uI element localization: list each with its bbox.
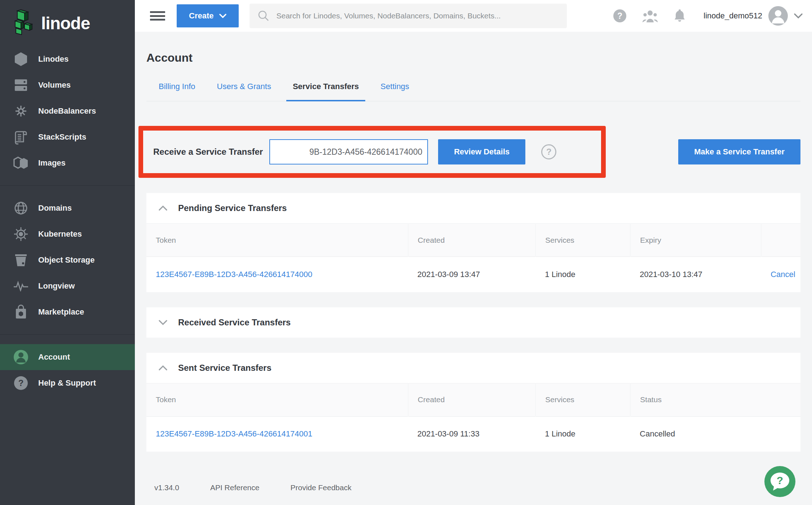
pending-token-link[interactable]: 123E4567-E89B-12D3-A456-426614174000 bbox=[156, 270, 312, 279]
sidebar-item-domains[interactable]: Domains bbox=[0, 195, 135, 221]
column-header-status: Status bbox=[630, 383, 800, 416]
sent-transfers-header[interactable]: Sent Service Transfers bbox=[146, 353, 800, 383]
column-header-created: Created bbox=[408, 224, 536, 257]
sidebar-item-object-storage[interactable]: Object Storage bbox=[0, 247, 135, 273]
received-transfers-card: Received Service Transfers bbox=[146, 307, 800, 338]
account-avatar-icon bbox=[13, 349, 29, 365]
sent-transfers-card: Sent Service Transfers Token Created Ser… bbox=[146, 353, 800, 452]
footer: v1.34.0 API Reference Provide Feedback bbox=[154, 483, 800, 492]
tab-service-transfers[interactable]: Service Transfers bbox=[286, 82, 365, 101]
chevron-up-icon bbox=[159, 365, 167, 370]
help-menu-button[interactable]: ? bbox=[613, 9, 627, 23]
sidebar-item-images[interactable]: Images bbox=[0, 150, 135, 176]
user-menu[interactable]: linode_demo512 bbox=[701, 6, 803, 26]
column-header-expiry: Expiry bbox=[630, 224, 761, 257]
chevron-up-icon bbox=[159, 206, 167, 211]
make-service-transfer-button[interactable]: Make a Service Transfer bbox=[678, 139, 800, 164]
people-icon bbox=[642, 9, 658, 23]
chat-question-icon: ? bbox=[769, 472, 790, 491]
svg-text:?: ? bbox=[617, 11, 622, 21]
volumes-icon bbox=[13, 77, 29, 93]
received-transfers-header[interactable]: Received Service Transfers bbox=[146, 307, 800, 338]
svg-text:?: ? bbox=[18, 378, 24, 388]
linode-hexagon-icon bbox=[13, 51, 29, 67]
sidebar-item-linodes[interactable]: Linodes bbox=[0, 46, 135, 72]
marketplace-bag-icon bbox=[13, 304, 29, 320]
notifications-button[interactable] bbox=[673, 8, 686, 23]
help-question-icon: ? bbox=[13, 375, 29, 391]
provide-feedback-link[interactable]: Provide Feedback bbox=[290, 483, 351, 492]
pending-created-cell: 2021-03-09 13:47 bbox=[408, 257, 536, 292]
chevron-down-icon bbox=[159, 320, 167, 325]
sidebar-item-marketplace[interactable]: Marketplace bbox=[0, 299, 135, 325]
sidebar: linode Linodes Volumes bbox=[0, 0, 135, 505]
sidebar-divider bbox=[0, 334, 135, 335]
pending-transfers-header[interactable]: Pending Service Transfers bbox=[146, 193, 800, 223]
chevron-down-icon bbox=[219, 14, 226, 18]
receive-help-icon[interactable]: ? bbox=[541, 144, 556, 159]
question-circle-icon: ? bbox=[613, 9, 627, 23]
sidebar-item-help-support[interactable]: ? Help & Support bbox=[0, 370, 135, 396]
chevron-down-icon bbox=[794, 13, 803, 18]
receive-transfer-label: Receive a Service Transfer bbox=[153, 147, 263, 157]
receive-token-input[interactable]: 9B-12D3-A456-426614174000 bbox=[269, 139, 428, 164]
pending-expiry-cell: 2021-03-10 13:47 bbox=[630, 257, 761, 292]
stackscripts-scroll-icon bbox=[13, 129, 29, 145]
column-header-created: Created bbox=[408, 383, 536, 416]
tab-settings[interactable]: Settings bbox=[374, 82, 416, 101]
global-search bbox=[250, 4, 567, 28]
linode-cubes-icon bbox=[12, 9, 35, 37]
column-header-services: Services bbox=[535, 224, 630, 257]
review-details-button[interactable]: Review Details bbox=[438, 139, 525, 164]
sidebar-item-nodebalancers[interactable]: NodeBalancers bbox=[0, 98, 135, 124]
images-icon bbox=[13, 155, 29, 171]
search-input[interactable] bbox=[276, 12, 559, 20]
column-header-token: Token bbox=[146, 383, 408, 416]
receive-transfer-row: Receive a Service Transfer 9B-12D3-A456-… bbox=[146, 126, 800, 178]
table-header-row: Token Created Services Status bbox=[146, 383, 800, 416]
pending-transfers-card: Pending Service Transfers Token Created … bbox=[146, 193, 800, 292]
create-button[interactable]: Create bbox=[177, 4, 239, 27]
hamburger-menu-icon[interactable] bbox=[149, 10, 166, 22]
longview-pulse-icon bbox=[13, 278, 29, 294]
sidebar-item-kubernetes[interactable]: Kubernetes bbox=[0, 221, 135, 247]
column-header-token: Token bbox=[146, 224, 408, 257]
sent-transfers-table: Token Created Services Status 123E4567-E… bbox=[146, 383, 800, 452]
username: linode_demo512 bbox=[703, 11, 762, 21]
red-annotation-box: Receive a Service Transfer 9B-12D3-A456-… bbox=[138, 126, 606, 178]
content: Account Billing Info Users & Grants Serv… bbox=[135, 32, 812, 505]
sidebar-item-longview[interactable]: Longview bbox=[0, 273, 135, 299]
domains-globe-icon bbox=[13, 200, 29, 216]
search-icon bbox=[257, 10, 270, 22]
community-button[interactable] bbox=[642, 9, 658, 23]
main-area: Create ? bbox=[135, 0, 812, 505]
sidebar-divider bbox=[0, 185, 135, 186]
sidebar-item-account[interactable]: Account bbox=[0, 344, 135, 370]
column-header-services: Services bbox=[535, 383, 630, 416]
kubernetes-wheel-icon bbox=[13, 226, 29, 242]
api-reference-link[interactable]: API Reference bbox=[210, 483, 260, 492]
table-header-row: Token Created Services Expiry bbox=[146, 224, 800, 257]
tab-users-grants[interactable]: Users & Grants bbox=[211, 82, 278, 101]
object-storage-bucket-icon bbox=[13, 252, 29, 268]
sent-token-link[interactable]: 123E4567-E89B-12D3-A456-426614174001 bbox=[156, 429, 312, 438]
version-label: v1.34.0 bbox=[154, 483, 179, 492]
pending-services-cell: 1 Linode bbox=[535, 257, 630, 292]
linode-logo[interactable]: linode bbox=[0, 0, 135, 46]
top-bar: Create ? bbox=[135, 0, 812, 32]
sent-services-cell: 1 Linode bbox=[535, 416, 630, 452]
sidebar-item-stackscripts[interactable]: StackScripts bbox=[0, 124, 135, 150]
support-chat-button[interactable]: ? bbox=[764, 466, 795, 497]
sidebar-item-volumes[interactable]: Volumes bbox=[0, 72, 135, 98]
sent-status-cell: Cancelled bbox=[630, 416, 800, 452]
avatar-icon bbox=[768, 6, 788, 26]
table-row: 123E4567-E89B-12D3-A456-426614174000 202… bbox=[146, 257, 800, 292]
tab-billing-info[interactable]: Billing Info bbox=[152, 82, 202, 101]
top-right-controls: ? linode_demo512 bbox=[613, 6, 803, 26]
cancel-transfer-link[interactable]: Cancel bbox=[771, 270, 795, 279]
column-header-actions bbox=[761, 224, 800, 257]
bell-icon bbox=[673, 8, 686, 23]
linode-logo-text: linode bbox=[41, 13, 90, 33]
sidebar-nav: Linodes Volumes NodeBalancers bbox=[0, 46, 135, 396]
tab-bar: Billing Info Users & Grants Service Tran… bbox=[152, 82, 800, 101]
